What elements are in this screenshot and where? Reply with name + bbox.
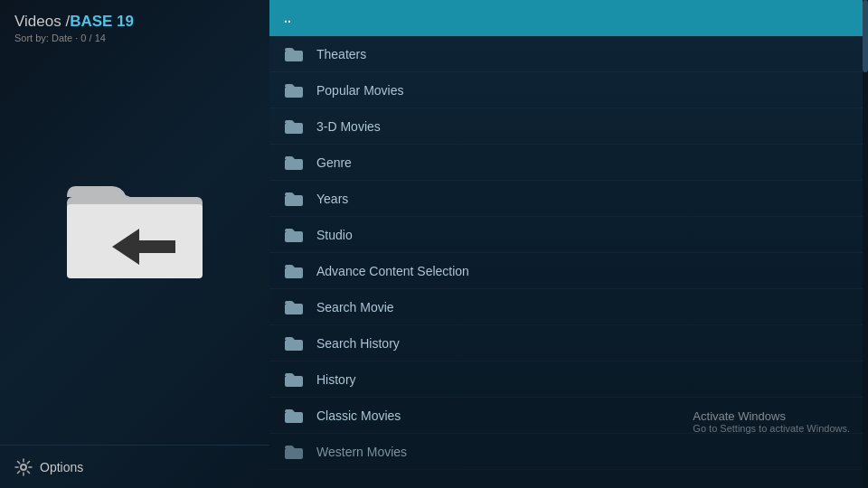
folder-icon-search-history: [284, 335, 304, 352]
folder-icon-search-movie: [284, 299, 304, 315]
menu-item-western-movies[interactable]: Western Movies: [269, 434, 868, 470]
menu-item-genre[interactable]: Genre: [269, 145, 868, 181]
left-panel: Videos / BASE 19 Sort by: Date · 0 / 14 …: [0, 0, 269, 488]
menu-item-western-label: Western Movies: [316, 445, 407, 459]
menu-item-theaters-label: Theaters: [316, 47, 366, 61]
right-panel: .. Theaters Popular Movies 3-D Movies: [269, 0, 868, 488]
menu-item-theaters[interactable]: Theaters: [269, 36, 868, 72]
svg-rect-10: [285, 231, 303, 242]
svg-point-4: [21, 465, 26, 470]
folder-icon-classic: [284, 408, 304, 424]
scrollbar-thumb[interactable]: [863, 0, 868, 72]
subtitle: Sort by: Date · 0 / 14: [14, 33, 255, 43]
title-line: Videos / BASE 19: [14, 13, 255, 31]
svg-rect-6: [285, 87, 303, 98]
scrollbar[interactable]: [863, 0, 868, 488]
menu-item-advance-label: Advance Content Selection: [316, 264, 469, 278]
menu-item-3d-label: 3-D Movies: [316, 119, 381, 134]
menu-item-years-label: Years: [316, 192, 348, 206]
activate-windows-watermark: Activate Windows Go to Settings to activ…: [693, 409, 850, 434]
menu-item-studio[interactable]: Studio: [269, 217, 868, 253]
menu-item-search-movie-label: Search Movie: [316, 300, 394, 314]
svg-rect-13: [285, 340, 303, 351]
title-base: BASE 19: [70, 13, 134, 31]
dotdot-text: ..: [284, 11, 291, 25]
menu-item-search-history-label: Search History: [316, 336, 400, 351]
menu-item-classic-label: Classic Movies: [316, 408, 401, 423]
menu-item-history-label: History: [316, 372, 356, 387]
svg-rect-11: [285, 267, 303, 278]
folder-icon-popular: [284, 82, 304, 99]
menu-item-3d-movies[interactable]: 3-D Movies: [269, 108, 868, 145]
menu-item-dotdot[interactable]: ..: [269, 0, 868, 36]
svg-rect-9: [285, 195, 303, 206]
svg-rect-14: [285, 376, 303, 387]
menu-item-studio-label: Studio: [316, 228, 353, 242]
options-label: Options: [40, 460, 83, 474]
svg-rect-3: [139, 240, 175, 253]
folder-icon-history: [284, 371, 304, 388]
svg-rect-15: [285, 412, 303, 423]
header-info: Videos / BASE 19 Sort by: Date · 0 / 14: [0, 0, 269, 49]
svg-rect-8: [285, 159, 303, 170]
svg-rect-16: [285, 448, 303, 459]
menu-list: .. Theaters Popular Movies 3-D Movies: [269, 0, 868, 470]
options-icon: [14, 458, 33, 476]
folder-icon-container: [0, 49, 269, 445]
title-videos: Videos /: [14, 13, 70, 31]
folder-icon-3d: [284, 118, 304, 135]
menu-item-genre-label: Genre: [316, 155, 352, 170]
folder-icon-studio: [284, 227, 304, 243]
folder-icon-advance: [284, 263, 304, 279]
menu-item-advance-content[interactable]: Advance Content Selection: [269, 253, 868, 289]
activate-windows-subtitle: Go to Settings to activate Windows.: [693, 423, 850, 434]
menu-item-search-movie[interactable]: Search Movie: [269, 289, 868, 325]
folder-icon-western: [284, 444, 304, 460]
folder-icon-genre: [284, 155, 304, 171]
svg-rect-7: [285, 123, 303, 134]
activate-windows-title: Activate Windows: [693, 409, 850, 423]
menu-item-history[interactable]: History: [269, 361, 868, 398]
folder-icon-theaters: [284, 46, 304, 62]
svg-rect-12: [285, 304, 303, 314]
menu-item-years[interactable]: Years: [269, 181, 868, 217]
menu-item-popular-label: Popular Movies: [316, 83, 404, 98]
menu-item-search-history[interactable]: Search History: [269, 325, 868, 361]
options-bar[interactable]: Options: [0, 445, 269, 488]
menu-item-popular-movies[interactable]: Popular Movies: [269, 72, 868, 108]
folder-back-icon: [62, 170, 207, 287]
folder-icon-years: [284, 191, 304, 207]
svg-rect-5: [285, 51, 303, 61]
